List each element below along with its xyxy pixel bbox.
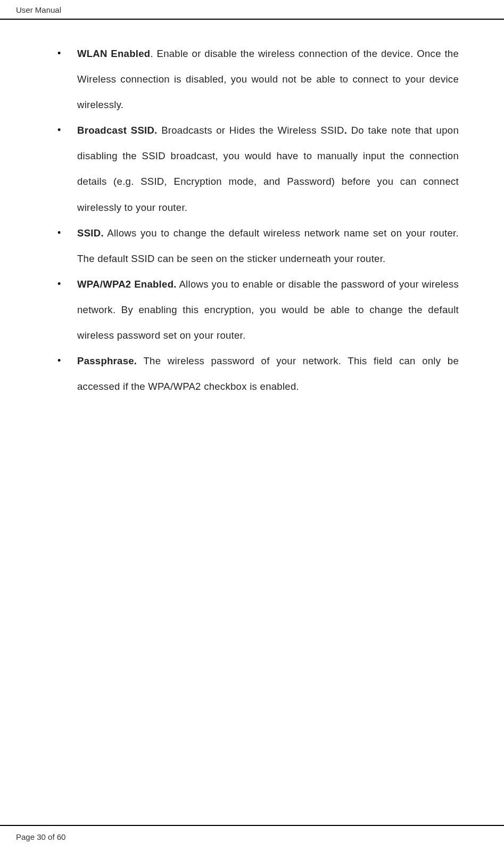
list-item: Broadcast SSID. Broadcasts or Hides the … [64,118,459,220]
list-item: Passphrase. The wireless password of you… [64,348,459,399]
bullet-list: WLAN Enabled. Enable or disable the wire… [45,41,459,399]
term: Passphrase. [77,355,137,366]
header-title: User Manual [16,5,488,14]
document-header: User Manual [0,0,504,20]
term-punct [137,355,143,366]
description-part2: Do take note that upon disabling the SSI… [77,125,459,212]
description: Allows you to change the default wireles… [77,227,459,264]
term-punct: . [150,48,156,59]
list-item: WPA/WPA2 Enabled. Allows you to enable o… [64,272,459,348]
term: Broadcast SSID. [77,125,158,136]
list-item: SSID. Allows you to change the default w… [64,220,459,272]
term: SSID. [77,227,104,239]
list-item: WLAN Enabled. Enable or disable the wire… [64,41,459,118]
description-part1: Broadcasts or Hides the Wireless SSID [161,125,344,136]
term: WPA/WPA2 Enabled. [77,279,177,290]
document-content: WLAN Enabled. Enable or disable the wire… [0,20,504,399]
page-number: Page 30 of 60 [16,832,488,841]
term: WLAN Enabled [77,48,150,59]
document-footer: Page 30 of 60 [0,825,504,851]
term-punct [158,125,162,136]
